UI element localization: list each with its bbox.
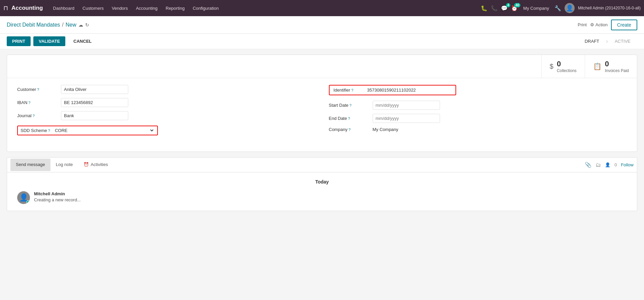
journal-help-icon[interactable]: ? [33, 114, 35, 118]
journal-label: Journal ? [17, 113, 58, 118]
identifier-help-icon[interactable]: ? [351, 88, 353, 92]
collections-count: 0 [557, 60, 577, 68]
sdd-scheme-highlighted: SDD Scheme ? CORE B2B [17, 126, 158, 135]
status-active[interactable]: ACTIVE [608, 39, 637, 44]
identifier-label: Identifier ? [334, 88, 364, 93]
start-date-help-icon[interactable]: ? [349, 103, 351, 107]
invoices-stat[interactable]: 📋 0 Invoices Paid [585, 55, 637, 78]
followers-count: 0 [614, 162, 617, 167]
end-date-row: End Date ? [329, 114, 627, 123]
nav-reporting[interactable]: Reporting [162, 4, 188, 12]
customer-row: Customer ? [17, 85, 315, 94]
start-date-row: Start Date ? [329, 101, 627, 110]
message-content: Mitchell Admin Creating a new record... [34, 191, 81, 202]
gear-icon: ⚙ [590, 22, 594, 27]
print-button[interactable]: Print [578, 22, 587, 27]
invoices-label: Invoices Paid [605, 68, 629, 73]
iban-input[interactable] [61, 98, 128, 107]
grid-icon[interactable]: ⊓ [3, 4, 8, 12]
collections-stat[interactable]: $ 0 Collections [541, 55, 585, 78]
dollar-icon: $ [550, 63, 553, 70]
activities-clock-icon: ⏰ [83, 162, 89, 167]
identifier-row: Identifier ? [329, 85, 627, 95]
statusbar: PRINT VALIDATE CANCEL DRAFT › ACTIVE [0, 34, 644, 49]
breadcrumb-separator: / [62, 22, 63, 28]
breadcrumb: Direct Debit Mandates / New ☁ ↻ [7, 22, 578, 28]
breadcrumb-title[interactable]: Direct Debit Mandates [7, 22, 60, 28]
nav-menu: Dashboard Customers Vendors Accounting R… [50, 4, 481, 12]
iban-row: IBAN ? [17, 98, 315, 107]
titlebar: Direct Debit Mandates / New ☁ ↻ Print ⚙ … [0, 16, 644, 34]
create-button[interactable]: Create [611, 20, 637, 30]
journal-row: Journal ? [17, 111, 315, 120]
message-author: Mitchell Admin [34, 191, 81, 196]
nav-vendors[interactable]: Vendors [108, 4, 131, 12]
bug-icon[interactable]: 🐛 [481, 5, 487, 11]
followers-icon: 👤 [605, 162, 610, 167]
collections-label: Collections [557, 68, 577, 73]
status-draft[interactable]: DRAFT [578, 39, 606, 44]
top-navigation: ⊓ Accounting Dashboard Customers Vendors… [0, 0, 644, 16]
topnav-right: 🐛 📞 💬 4 ⏰ 40 My Company 🔧 👤 Mitchell Adm… [481, 3, 641, 13]
form-body: Customer ? IBAN ? Journal ? [7, 78, 637, 145]
follow-button[interactable]: Follow [621, 162, 634, 167]
iban-help-icon[interactable]: ? [28, 101, 30, 105]
print-action-button[interactable]: PRINT [7, 36, 31, 46]
message-row: 👤 Mitchell Admin Creating a new record..… [17, 191, 627, 204]
action-button[interactable]: ⚙ Action [590, 22, 608, 27]
invoices-count: 0 [605, 60, 629, 68]
chatter-tabs: Send message Log note ⏰ Activities 📎 🗂 👤… [7, 158, 637, 172]
sdd-scheme-label: SDD Scheme ? [21, 128, 50, 133]
iban-label: IBAN ? [17, 100, 58, 105]
avatar[interactable]: 👤 [565, 3, 575, 13]
chat-icon[interactable]: 💬 4 [501, 5, 508, 11]
identifier-highlighted: Identifier ? [329, 85, 456, 95]
end-date-help-icon[interactable]: ? [348, 116, 350, 121]
attach-icon[interactable]: 📎 [585, 162, 591, 168]
titlebar-actions: Print ⚙ Action Create [578, 20, 637, 30]
end-date-label: End Date ? [329, 116, 369, 121]
nav-dashboard[interactable]: Dashboard [50, 4, 78, 12]
settings-icon[interactable]: 🔧 [554, 5, 561, 11]
sdd-scheme-row: SDD Scheme ? CORE B2B [17, 126, 315, 135]
nav-accounting[interactable]: Accounting [133, 4, 161, 12]
nav-configuration[interactable]: Configuration [189, 4, 222, 12]
log-note-tab[interactable]: Log note [50, 159, 78, 171]
main-content: $ 0 Collections 📋 0 Invoices Paid [0, 49, 644, 216]
end-date-input[interactable] [373, 114, 440, 123]
refresh-icon[interactable]: ↻ [85, 22, 89, 28]
validate-button[interactable]: VALIDATE [33, 36, 65, 46]
customer-input[interactable] [61, 85, 128, 94]
clock-icon[interactable]: ⏰ 40 [511, 5, 518, 11]
nav-customers[interactable]: Customers [79, 4, 107, 12]
company-help-icon[interactable]: ? [348, 128, 350, 132]
form-card: $ 0 Collections 📋 0 Invoices Paid [7, 55, 637, 152]
chatter-right-actions: 📎 🗂 👤 0 Follow [585, 162, 634, 168]
status-steps: DRAFT › ACTIVE [578, 38, 637, 45]
company-label: Company ? [329, 127, 369, 132]
cancel-button[interactable]: CANCEL [68, 36, 97, 46]
username: Mitchell Admin (20142070-16-0-all) [578, 6, 641, 10]
company-name[interactable]: My Company [523, 6, 549, 11]
chatter-body: Today 👤 Mitchell Admin Creating a new re… [7, 172, 637, 211]
customer-label: Customer ? [17, 87, 58, 92]
chat-badge: 4 [506, 3, 511, 7]
avatar-status [26, 200, 30, 204]
identifier-input[interactable] [367, 88, 451, 93]
activities-tab[interactable]: ⏰ Activities [78, 159, 113, 171]
customer-help-icon[interactable]: ? [37, 88, 39, 92]
today-label: Today [17, 179, 627, 185]
send-message-tab[interactable]: Send message [10, 159, 50, 171]
chatter: Send message Log note ⏰ Activities 📎 🗂 👤… [7, 157, 637, 211]
stat-bar: $ 0 Collections 📋 0 Invoices Paid [7, 55, 637, 78]
cloud-save-icon[interactable]: ☁ [78, 22, 83, 28]
breadcrumb-current: New [66, 22, 76, 28]
paperclip-icon[interactable]: 🗂 [596, 162, 601, 168]
phone-icon[interactable]: 📞 [491, 5, 498, 11]
app-name[interactable]: Accounting [11, 5, 43, 11]
form-right-column: Identifier ? Start Date ? End Dat [329, 85, 627, 138]
journal-input[interactable] [61, 111, 128, 120]
sdd-help-icon[interactable]: ? [48, 129, 50, 133]
start-date-input[interactable] [373, 101, 440, 110]
sdd-scheme-select[interactable]: CORE B2B [54, 128, 155, 133]
